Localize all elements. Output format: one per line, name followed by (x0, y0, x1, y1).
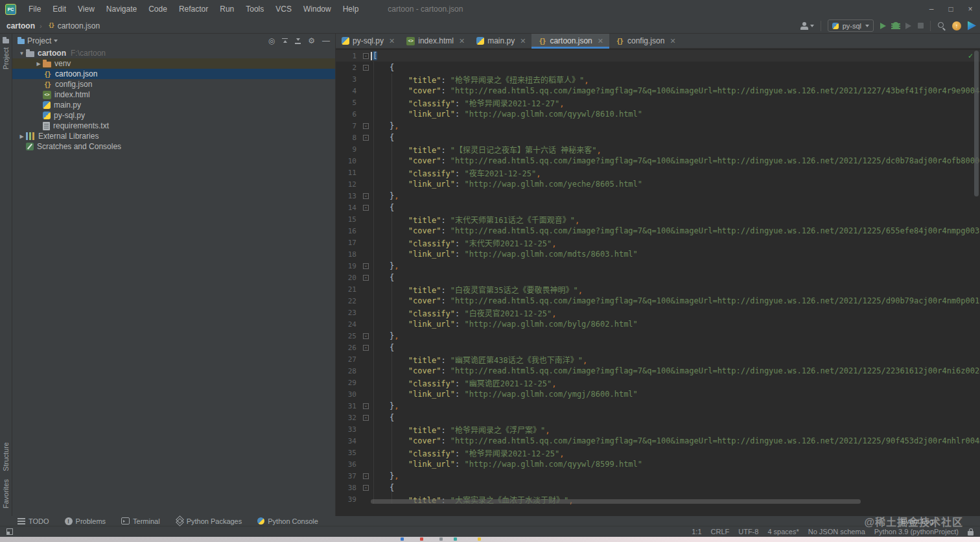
tree-item-main-py[interactable]: main.py (12, 100, 335, 110)
run-config-select[interactable]: py-sql (828, 19, 874, 32)
collapse-all-icon[interactable] (282, 38, 288, 44)
taskbar-app-icon[interactable] (478, 537, 481, 541)
code-line[interactable]: 28 "cover": "http://read.html5.qq.com/im… (336, 365, 980, 377)
code-line[interactable]: 27 "title": "幽冥诡匠第438话之《我也下南洋》", (336, 353, 980, 365)
fold-marker-icon[interactable] (363, 403, 369, 409)
code-line[interactable]: 16 "cover": "http://read.html5.qq.com/im… (336, 225, 980, 237)
toolwindow-python-packages[interactable]: Python Packages (176, 517, 242, 525)
fold-marker-icon[interactable] (363, 123, 369, 129)
menu-help[interactable]: Help (337, 0, 365, 18)
code-line[interactable]: 36 "link_url": "http://wap.gllmh.com/qyy… (336, 458, 980, 470)
code-line[interactable]: 18 "link_url": "http://wap.gllmh.com/mdt… (336, 248, 980, 260)
tree-item-requirements-txt[interactable]: requirements.txt (12, 121, 335, 131)
close-icon[interactable]: ✕ (520, 37, 526, 45)
gradient-play-icon[interactable] (968, 21, 976, 30)
code-line[interactable]: 25 }, (336, 330, 980, 342)
menu-refactor[interactable]: Refactor (173, 0, 214, 18)
inspections-ok-icon[interactable]: ✓ (968, 51, 973, 60)
stop-button[interactable] (918, 23, 924, 29)
toolwindow-todo[interactable]: TODO (18, 517, 49, 525)
fold-marker-icon[interactable] (363, 485, 369, 491)
code-line[interactable]: 2 { (336, 62, 980, 73)
menu-run[interactable]: Run (214, 0, 240, 18)
tree-item-cartoon[interactable]: ▼cartoonF:\cartoon (12, 48, 335, 58)
tree-item-py-sql-py[interactable]: py-sql.py (12, 110, 335, 121)
code-line[interactable]: 1[ (336, 50, 980, 62)
fold-marker-icon[interactable] (363, 263, 369, 269)
code-line[interactable]: 33 "title": "枪爷异闻录之《浮尸案》", (336, 423, 980, 435)
tab-main-py[interactable]: main.py✕ (471, 34, 531, 48)
toolwindow-problems[interactable]: Problems (65, 517, 106, 525)
run-coverage-button[interactable] (905, 23, 911, 29)
fold-marker-icon[interactable] (363, 65, 369, 71)
fold-marker-icon[interactable] (363, 205, 369, 211)
chevron-down-icon[interactable] (54, 40, 58, 42)
code-line[interactable]: 37 }, (336, 470, 980, 482)
menu-vcs[interactable]: VCS (270, 0, 298, 18)
toolstrip-structure[interactable]: Structure (2, 442, 10, 471)
fold-marker-icon[interactable] (363, 135, 369, 141)
toolstrip-project[interactable]: Project (2, 47, 10, 69)
tree-item-cartoon-json[interactable]: cartoon.json (12, 69, 335, 79)
menu-tools[interactable]: Tools (240, 0, 270, 18)
expand-all-icon[interactable] (295, 38, 301, 44)
chevron-collapsed-icon[interactable]: ▶ (18, 134, 26, 139)
search-everywhere-icon[interactable] (937, 21, 946, 30)
status-4-spaces[interactable]: 4 spaces* (767, 528, 799, 536)
code-line[interactable]: 14 { (336, 202, 980, 213)
menu-navigate[interactable]: Navigate (100, 0, 143, 18)
code-line[interactable]: 26 { (336, 342, 980, 353)
status-utf-8[interactable]: UTF-8 (738, 528, 758, 536)
tree-item-config-json[interactable]: config.json (12, 79, 335, 89)
taskbar-app-icon[interactable] (420, 537, 423, 541)
tree-item-index-html[interactable]: index.html (12, 89, 335, 100)
tree-item-venv[interactable]: ▶venv (12, 58, 335, 69)
menu-view[interactable]: View (72, 0, 100, 18)
project-toolwindow-icon[interactable] (3, 39, 9, 43)
minimize-button[interactable]: – (922, 0, 941, 18)
close-icon[interactable]: ✕ (389, 37, 395, 45)
code-line[interactable]: 19 }, (336, 260, 980, 272)
close-icon[interactable]: ✕ (598, 37, 603, 45)
code-line[interactable]: 9 "title": "【探灵日记之夜车】第十六话 神秘来客", (336, 143, 980, 155)
chevron-expanded-icon[interactable]: ▼ (18, 51, 26, 56)
code-line[interactable]: 29 "classify": "幽冥诡匠2021-12-25", (336, 377, 980, 388)
tab-config-json[interactable]: config.json✕ (609, 34, 682, 48)
chevron-collapsed-icon[interactable]: ▶ (34, 61, 43, 67)
code-line[interactable]: 35 "classify": "枪爷异闻录2021-12-25", (336, 447, 980, 458)
close-button[interactable]: × (961, 0, 980, 18)
status-1-1[interactable]: 1:1 (692, 528, 701, 536)
tree-item-scratches-and-consoles[interactable]: Scratches and Consoles (12, 141, 335, 152)
close-icon[interactable]: ✕ (670, 37, 675, 45)
code-editor[interactable]: 1[2 {3 "title": "枪爷异闻录之《扭来扭去的稻草人》",4 "co… (336, 49, 980, 516)
vertical-scrollbar[interactable] (974, 51, 979, 196)
toolwindow-python-console[interactable]: Python Console (257, 517, 318, 525)
horizontal-scrollbar[interactable] (371, 499, 861, 504)
code-line[interactable]: 20 { (336, 272, 980, 283)
code-line[interactable]: 10 "cover": "http://read.html5.qq.com/im… (336, 155, 980, 167)
code-line[interactable]: 21 "title": "白夜灵官第35话之《要敬畏神明》", (336, 283, 980, 295)
status-no-json-schema[interactable]: No JSON schema (808, 528, 865, 536)
code-line[interactable]: 31 }, (336, 400, 980, 412)
menu-code[interactable]: Code (143, 0, 173, 18)
code-line[interactable]: 24 "link_url": "http://wap.gllmh.com/byl… (336, 318, 980, 330)
code-line[interactable]: 5 "classify": "枪爷异闻录2021-12-27", (336, 97, 980, 108)
code-line[interactable]: 12 "link_url": "http://wap.gllmh.com/yec… (336, 178, 980, 190)
taskbar-app-icon[interactable] (439, 537, 443, 541)
fold-marker-icon[interactable] (363, 193, 369, 199)
menu-edit[interactable]: Edit (47, 0, 72, 18)
code-line[interactable]: 3 "title": "枪爷异闻录之《扭来扭去的稻草人》", (336, 73, 980, 85)
toolwindow-switcher-icon[interactable] (6, 528, 13, 535)
tab-index-html[interactable]: index.html✕ (401, 34, 471, 48)
locate-file-icon[interactable]: ◎ (268, 37, 275, 45)
menu-file[interactable]: File (23, 0, 47, 18)
code-line[interactable]: 8 { (336, 132, 980, 143)
fold-marker-icon[interactable] (363, 415, 369, 421)
code-line[interactable]: 11 "classify": "夜车2021-12-25", (336, 167, 980, 178)
code-line[interactable]: 17 "classify": "末代天师2021-12-25", (336, 237, 980, 248)
tab-py-sql-py[interactable]: py-sql.py✕ (336, 34, 401, 48)
gear-icon[interactable]: ⚙ (308, 37, 315, 45)
code-line[interactable]: 38 { (336, 482, 980, 493)
debug-button[interactable] (892, 22, 899, 29)
ide-update-icon[interactable] (952, 21, 961, 30)
